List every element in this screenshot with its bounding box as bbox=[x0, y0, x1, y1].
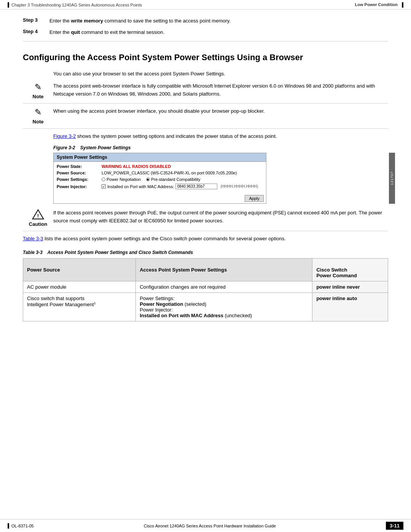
step-4-text: Enter the quit command to exit the termi… bbox=[49, 29, 164, 36]
td-row2-source-line1: Cisco switch that supports bbox=[27, 296, 84, 301]
figure-ref-para: Figure 3-2 shows the system power settin… bbox=[23, 133, 388, 141]
footer-bar-icon bbox=[8, 523, 9, 529]
power-injector-checkbox-label: Installed on Port with MAC Address: bbox=[107, 184, 174, 189]
figure-number-tab: 121707 bbox=[389, 153, 395, 204]
step-3-row: Step 3 Enter the write memory command to… bbox=[23, 17, 388, 25]
radio-circle-prestandard bbox=[146, 177, 150, 181]
caution-label: Caution bbox=[29, 221, 47, 227]
mac-address-input[interactable] bbox=[175, 184, 217, 189]
section-heading: Configuring the Access Point System Powe… bbox=[23, 52, 388, 63]
header-bar-icon bbox=[8, 2, 9, 8]
svg-text:!: ! bbox=[37, 213, 39, 219]
header-right: Low Power Condition bbox=[355, 2, 404, 8]
note-1-text: The access point web-browser interface i… bbox=[53, 82, 388, 98]
step-4-bold: quit bbox=[71, 29, 80, 35]
td-row1-settings: Configuration changes are not required bbox=[136, 281, 312, 293]
td-row2-power-injector: Power Injector: bbox=[140, 307, 173, 313]
figure-caption-title: System Power Settings bbox=[80, 145, 131, 150]
page-header: Chapter 3 Troubleshooting 1240AG Series … bbox=[0, 0, 411, 10]
power-injector-checkbox-item[interactable]: ✓ Installed on Port with MAC Address: (H… bbox=[102, 184, 258, 189]
note-2-text: When using the access point browser inte… bbox=[53, 107, 388, 115]
power-settings-box: System Power Settings Power State: WARNI… bbox=[53, 153, 266, 204]
power-settings-body: Power State: WARNING ALL RADIOS DISABLED… bbox=[54, 162, 266, 193]
td-row1-command-bold: power inline never bbox=[316, 284, 360, 290]
td-row2-settings-power-settings: Power Settings: bbox=[140, 296, 174, 301]
figure-number-text: 121707 bbox=[390, 171, 394, 185]
td-row2-settings: Power Settings: Power Negotiation (selec… bbox=[136, 293, 312, 321]
table-ref-text: lists the access point system power sett… bbox=[43, 236, 285, 241]
note-2-pencil-icon: ✎ bbox=[35, 107, 41, 117]
td-row1-source: AC power module bbox=[23, 281, 136, 293]
table-caption-num: Table 3-3 bbox=[23, 250, 43, 255]
step-4-after: command to exit the terminal session. bbox=[80, 29, 164, 35]
divider-1 bbox=[23, 41, 388, 42]
step-3-after: command to save the setting to the acces… bbox=[103, 18, 231, 24]
table-ref-link[interactable]: Table 3-3 bbox=[23, 236, 43, 241]
td-row2-selected-suffix: (selected) bbox=[183, 301, 206, 307]
td-row2-command: power inline auto bbox=[312, 293, 388, 321]
footer-center: Cisco Aironet 1240AG Series Access Point… bbox=[144, 524, 276, 528]
caution-icon-area: ! Caution bbox=[23, 209, 53, 227]
caution-block: ! Caution If the access point receives p… bbox=[23, 209, 388, 231]
power-settings-label: Power Settings: bbox=[57, 177, 99, 182]
table-row-1: AC power module Configuration changes ar… bbox=[23, 281, 388, 293]
main-content: Step 3 Enter the write memory command to… bbox=[0, 10, 411, 334]
td-row2-unchecked-suffix: (unchecked) bbox=[223, 313, 252, 318]
data-table: Power Source Access Point System Power S… bbox=[23, 258, 388, 321]
caution-text: If the access point receives power throu… bbox=[53, 209, 388, 225]
table-ref-para: Table 3-3 lists the access point system … bbox=[23, 235, 388, 243]
power-state-value: WARNING ALL RADIOS DISABLED bbox=[102, 164, 171, 169]
apply-button[interactable]: Apply bbox=[245, 195, 264, 202]
th-ap-settings-text: Access Point System Power Settings bbox=[140, 267, 227, 273]
note-2-label: Note bbox=[33, 119, 44, 125]
header-left: Chapter 3 Troubleshooting 1240AG Series … bbox=[8, 2, 142, 8]
table-caption: Table 3-3 Access Point System Power Sett… bbox=[23, 250, 388, 255]
power-injector-label: Power Injector: bbox=[57, 184, 99, 189]
figure-caption-num: Figure 3-2 bbox=[53, 145, 75, 150]
th-cisco-switch: Cisco Switch Power Command bbox=[312, 259, 388, 281]
radio-label-prestandard: Pre-standard Compatibility bbox=[151, 177, 201, 182]
note-1-block: ✎ Note The access point web-browser inte… bbox=[23, 82, 388, 104]
step-4-row: Step 4 Enter the quit command to exit th… bbox=[23, 29, 388, 36]
td-row2-installed-mac: Installed on Port with MAC Address bbox=[140, 313, 223, 318]
step-4-label: Step 4 bbox=[23, 29, 42, 36]
th-power-source: Power Source bbox=[23, 259, 136, 281]
apply-row: Apply bbox=[54, 193, 266, 203]
page-footer: OL-8371-05 Cisco Aironet 1240AG Series A… bbox=[0, 519, 411, 532]
header-chapter-text: Chapter 3 Troubleshooting 1240AG Series … bbox=[11, 3, 142, 7]
radio-circle-negotiation bbox=[102, 177, 105, 181]
figure-ref-link[interactable]: Figure 3-2 bbox=[53, 133, 76, 139]
td-row2-source-line2: Intelligent Power Management bbox=[27, 302, 94, 307]
power-state-row: Power State: WARNING ALL RADIOS DISABLED bbox=[57, 164, 263, 169]
td-row2-power-negotiation: Power Negotiation bbox=[140, 301, 183, 307]
figure-ref-text: shows the system power setting options a… bbox=[76, 133, 277, 139]
header-right-bar bbox=[402, 2, 403, 8]
footer-page-number: 3-11 bbox=[386, 522, 403, 530]
footer-doc-id: OL-8371-05 bbox=[11, 524, 34, 528]
header-section-text: Low Power Condition bbox=[355, 2, 398, 7]
radio-label-negotiation: Power Negotiation bbox=[107, 177, 141, 182]
note-2-block: ✎ Note When using the access point brows… bbox=[23, 107, 388, 129]
th-cisco-switch-text: Cisco Switch Power Command bbox=[316, 267, 357, 278]
power-state-label: Power State: bbox=[57, 164, 99, 169]
power-source-value: LOW_POWER_CLASSIC (WS-C3524-PWR-XL on po… bbox=[102, 171, 237, 175]
th-ap-settings: Access Point System Power Settings bbox=[136, 259, 312, 281]
power-source-row: Power Source: LOW_POWER_CLASSIC (WS-C352… bbox=[57, 171, 263, 175]
note-1-pencil-icon: ✎ bbox=[35, 82, 41, 92]
power-injector-checkbox[interactable]: ✓ bbox=[102, 184, 106, 189]
figure-container: System Power Settings Power State: WARNI… bbox=[53, 153, 388, 204]
td-row1-command: power inline never bbox=[312, 281, 388, 293]
step-3-label: Step 3 bbox=[23, 17, 42, 25]
radio-item-negotiation[interactable]: Power Negotiation bbox=[102, 177, 141, 182]
power-settings-row: Power Settings: Power Negotiation Pre-st… bbox=[57, 177, 263, 182]
table-header-row: Power Source Access Point System Power S… bbox=[23, 259, 388, 281]
power-injector-row: Power Injector: ✓ Installed on Port with… bbox=[57, 184, 263, 189]
radio-item-prestandard[interactable]: Pre-standard Compatibility bbox=[146, 177, 201, 182]
note-2-icon-area: ✎ Note bbox=[23, 107, 53, 125]
caution-triangle-icon: ! bbox=[32, 209, 44, 220]
note-1-label: Note bbox=[33, 94, 44, 99]
figure-caption: Figure 3-2 System Power Settings bbox=[53, 145, 388, 150]
table-caption-title: Access Point System Power Settings and C… bbox=[47, 250, 193, 255]
table-row-2: Cisco switch that supports Intelligent P… bbox=[23, 293, 388, 321]
note-1-icon-area: ✎ Note bbox=[23, 82, 53, 99]
